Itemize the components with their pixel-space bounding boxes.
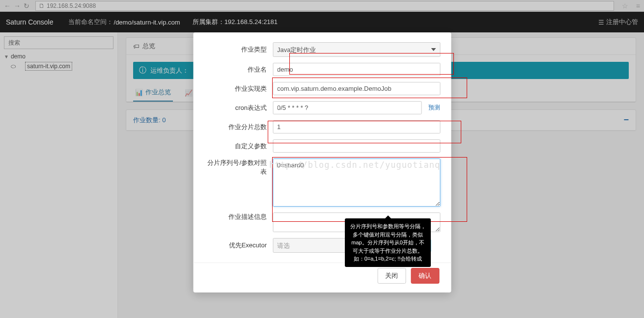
job-desc-label: 作业描述信息 [204, 212, 273, 221]
cron-label: cron表达式 [204, 104, 273, 112]
job-class-input[interactable] [273, 82, 440, 95]
confirm-button[interactable]: 确认 [411, 268, 439, 284]
executor-label: 优先Executor [204, 241, 273, 250]
cron-input[interactable] [273, 101, 421, 114]
job-type-label: 作业类型 [204, 45, 273, 54]
shard-map-tooltip: 分片序列号和参数用等号分隔，多个键值对用逗号分隔，类似map。分片序列号从0开始… [345, 218, 431, 267]
custom-param-input[interactable] [273, 139, 440, 153]
close-button[interactable]: 关闭 [377, 268, 406, 284]
custom-param-label: 自定义参数 [204, 142, 273, 151]
shard-map-textarea[interactable] [273, 159, 440, 207]
job-class-label: 作业实现类 [204, 84, 273, 93]
job-name-label: 作业名 [204, 65, 273, 74]
job-name-input[interactable] [273, 63, 440, 76]
shard-count-label: 作业分片总数 [204, 123, 273, 132]
shard-count-input[interactable] [273, 120, 440, 133]
job-type-select[interactable]: Java定时作业 [273, 42, 440, 57]
cron-predict-link[interactable]: 预测 [428, 104, 440, 112]
shard-map-label: 分片序列号/参数对照表 [204, 159, 273, 176]
